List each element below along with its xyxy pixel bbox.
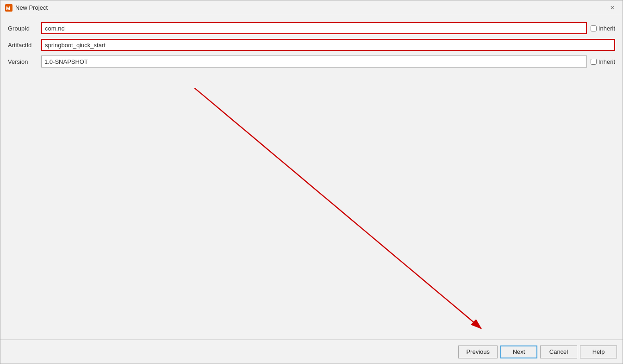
version-input-wrapper: Inherit (41, 56, 615, 68)
new-project-dialog: M New Project × GroupId Inherit Artifact… (0, 0, 623, 364)
version-inherit-label: Inherit (598, 58, 615, 65)
artifactid-row: ArtifactId (8, 37, 615, 52)
content-area: GroupId Inherit ArtifactId Version (0, 15, 623, 339)
artifactid-input-wrapper (41, 39, 615, 51)
app-icon: M (5, 4, 12, 12)
title-bar: M New Project × (0, 0, 623, 15)
next-button[interactable]: Next (500, 345, 537, 358)
version-inherit-checkbox[interactable] (591, 59, 597, 65)
version-row: Version Inherit (8, 54, 615, 69)
title-bar-left: M New Project (5, 4, 48, 12)
groupid-input-wrapper: Inherit (41, 22, 615, 34)
button-bar: Previous Next Cancel Help (0, 339, 623, 364)
version-label: Version (8, 58, 41, 65)
svg-line-3 (194, 88, 481, 328)
cancel-button[interactable]: Cancel (540, 345, 577, 358)
dialog-title: New Project (15, 4, 48, 11)
groupid-inherit-wrapper: Inherit (591, 25, 615, 32)
groupid-label: GroupId (8, 25, 41, 32)
close-button[interactable]: × (607, 2, 618, 13)
version-input[interactable] (41, 56, 587, 68)
groupid-input[interactable] (41, 22, 587, 34)
groupid-inherit-label: Inherit (598, 25, 615, 32)
svg-text:M: M (6, 6, 10, 11)
help-button[interactable]: Help (580, 345, 617, 358)
artifactid-input[interactable] (41, 39, 615, 51)
version-inherit-wrapper: Inherit (591, 58, 615, 65)
previous-button[interactable]: Previous (458, 345, 498, 358)
groupid-inherit-checkbox[interactable] (591, 25, 597, 31)
artifactid-label: ArtifactId (8, 42, 41, 49)
groupid-row: GroupId Inherit (8, 21, 615, 36)
